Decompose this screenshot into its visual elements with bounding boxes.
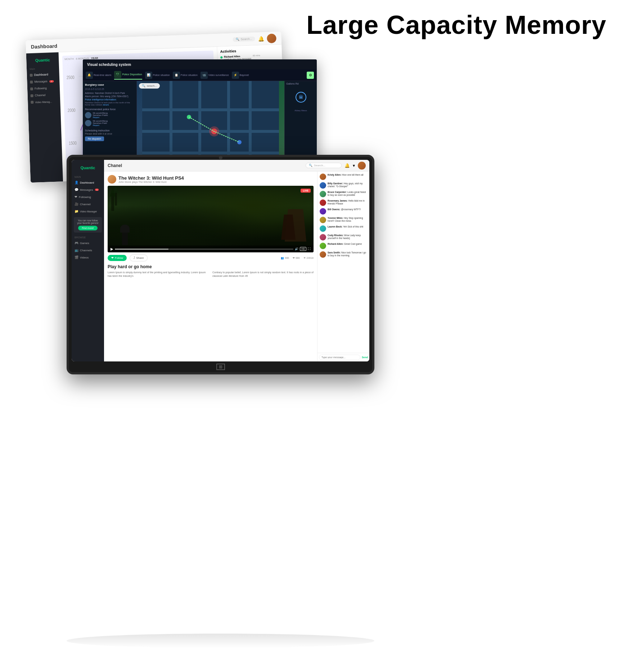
tablet-streamer-avatar — [108, 175, 116, 184]
chat-avatar-rosemary — [320, 199, 326, 206]
tablet-shadow — [67, 634, 374, 648]
tablet-video-controls: ▶ 🔊 HD ⛶ — [108, 246, 314, 252]
chat-text-cody: Cody Rhodes: Wow Lady keep yourself in t… — [328, 234, 367, 240]
chat-text-bill: Bill Owens: @rosemary WTF?! — [328, 208, 361, 211]
chat-text-yvonne: Yvonne Miles: Hey Stop spaming here!!! C… — [328, 217, 367, 223]
tablet-stream-subtitle: John Stone plays The Witcher 3: Wild Hun… — [118, 181, 184, 183]
tablet-chat-msg-6: Yvonne Miles: Hey Stop spaming here!!! C… — [320, 217, 367, 223]
tablet-chat-input[interactable] — [319, 355, 360, 360]
tablet-home-button[interactable] — [216, 364, 225, 370]
tablet-chat-msg-2: Billy Gardner: Hey guys, visit my chanel… — [320, 182, 367, 189]
tablet-chat-msg-1: Kristy Allen: Hice one kill them all — [320, 174, 367, 180]
tablet-video-thumbnail[interactable]: LIVE ▶ 🔊 HD ⛶ — [108, 186, 314, 252]
tablet-header: Chanel 🔍 Search... 🔔 ▾ — [104, 160, 369, 171]
chat-avatar-kristy — [320, 174, 326, 180]
chat-text-rosemary: Rosemary James: Hello Add me in friends!… — [328, 199, 367, 206]
chat-avatar-lauren — [320, 225, 326, 232]
tablet-nav-messages[interactable]: 💬Messages 1 — [72, 186, 104, 193]
tablet-description-cols: Lorem Ipsum is simply dummy text of the … — [108, 271, 314, 278]
tablet-progress-bar[interactable] — [115, 249, 293, 249]
page-title: Large Capacity Memory — [269, 0, 644, 49]
chat-text-kristy: Kristy Allen: Hice one kill them all — [328, 174, 363, 176]
tablet-camera — [219, 156, 222, 159]
tablet-browse-label: Browse — [72, 235, 104, 239]
tablet-follow-promo: You can now follow your favorite games! … — [74, 217, 102, 233]
chat-text-billy: Billy Gardner: Hey guys, visit my chanel… — [328, 182, 367, 188]
svg-text:1500: 1500 — [69, 140, 77, 145]
chat-text-sara: Sara Smith: Nice lock Tomorrow i go to b… — [328, 251, 367, 257]
tablet-stream-title: The Witcher 3: Wild Hunt PS4 — [118, 175, 184, 181]
tablet-play-btn[interactable]: ▶ — [111, 247, 113, 251]
tablet-send-btn[interactable]: Send — [362, 356, 368, 359]
chat-avatar-bruce — [320, 191, 326, 197]
tablet-video-section: The Witcher 3: Wild Hunt PS4 John Stone … — [104, 171, 317, 361]
tablet-chat-input-area: Send — [318, 353, 369, 361]
tablet-chat-messages: Kristy Allen: Hice one kill them all Bil… — [318, 171, 369, 353]
chat-text-richard: Richard Allen: Great Cool game — [328, 243, 362, 246]
tablet-chat-msg-8: Cody Rhodes: Wow Lady keep yourself in t… — [320, 234, 367, 240]
chat-avatar-billy — [320, 182, 326, 189]
dashboard-logo: Quantic — [26, 56, 59, 64]
tablet-volume-icon[interactable]: 🔊 — [295, 247, 298, 251]
tablet-channel-name: Chanel — [108, 163, 122, 168]
tablet-chat-msg-10: Sara Smith: Nice lock Tomorrow i go to b… — [320, 251, 367, 258]
tablet-device: Quantic Main 👤Dashboard 💬Messages 1 ❤Fol… — [67, 155, 374, 374]
tablet-screen: Quantic Main 👤Dashboard 💬Messages 1 ❤Fol… — [72, 160, 369, 361]
chat-avatar-yvonne — [320, 217, 326, 223]
tablet-sidebar: Quantic Main 👤Dashboard 💬Messages 1 ❤Fol… — [72, 160, 104, 361]
tablet-content-area: The Witcher 3: Wild Hunt PS4 John Stone … — [104, 171, 369, 361]
svg-text:2500: 2500 — [67, 75, 75, 80]
tablet-chat-msg-5: Bill Owens: @rosemary WTF?! — [320, 208, 367, 215]
tablet-share-btn[interactable]: ⤴Share — [130, 255, 148, 261]
tablet-nav-channel[interactable]: 🎥Channel — [72, 201, 104, 208]
tablet-logo: Quantic — [72, 163, 104, 172]
dash-nav-video[interactable]: Video Manag... — [28, 98, 60, 105]
tablet-nav-games[interactable]: 🎮Games — [72, 239, 104, 247]
tablet-nav-video-manager[interactable]: 📁Video Manager — [72, 208, 104, 215]
tablet-find-more-btn[interactable]: Find more! — [78, 226, 97, 230]
tablet-stats: 👥 986 ❤ 986 👁 24918 — [281, 257, 314, 260]
tablet-chat-msg-7: Lauren Beck: Yeh Sick of this shit — [320, 225, 367, 232]
tablet-search-bar[interactable]: 🔍 Search... — [306, 163, 342, 168]
tablet-main-label: Main — [72, 174, 104, 179]
tablet-notification-icon[interactable]: 🔔 — [344, 163, 350, 168]
tablet-chat-msg-9: Richard Allen: Great Cool game — [320, 243, 367, 249]
chat-avatar-cody — [320, 234, 326, 240]
tablet-chevron-icon[interactable]: ▾ — [353, 163, 355, 168]
tablet-video-actions: ❤Follow ⤴Share 👥 986 ❤ 986 👁 24918 — [108, 255, 314, 261]
tablet-desc-text-2: Contrary to popular belief, Lorem Ipsum … — [212, 271, 314, 278]
dashboard-title: Dashboard — [31, 43, 58, 50]
tablet-nav-following[interactable]: ❤Following — [72, 193, 104, 201]
chat-text-bruce: Bruce Carpenter: Looks great Need to buy… — [328, 191, 367, 197]
tablet-follow-btn[interactable]: ❤Follow — [108, 255, 127, 261]
tablet-desc-title: Play hard or go home — [108, 264, 314, 269]
tablet-nav-videos[interactable]: 🎬Videos — [72, 254, 104, 261]
tablet-main-content: Chanel 🔍 Search... 🔔 ▾ — [104, 160, 369, 361]
tablet-fullscreen-icon[interactable]: ⛶ — [308, 247, 311, 251]
svg-text:2000: 2000 — [68, 108, 76, 113]
tablet-chat-msg-4: Rosemary James: Hello Add me in friends!… — [320, 199, 367, 206]
tablet-streamer-info: The Witcher 3: Wild Hunt PS4 John Stone … — [108, 175, 314, 184]
tablet-hd-badge: HD — [300, 247, 306, 251]
tablet-desc-text-1: Lorem Ipsum is simply dummy text of the … — [108, 271, 209, 278]
tablet-nav-channels[interactable]: 📺Channels — [72, 247, 104, 254]
re-dispatch-btn[interactable]: Re dispatch — [85, 136, 104, 141]
tablet-chat-panel: Kristy Allen: Hice one kill them all Bil… — [317, 171, 369, 361]
chat-avatar-richard — [320, 243, 326, 249]
tablet-nav-dashboard[interactable]: 👤Dashboard — [72, 179, 104, 186]
tablet-live-badge: LIVE — [301, 189, 311, 193]
dashboard-sidebar: Quantic Main Dashboard Messages 1 Follow… — [26, 52, 63, 183]
tablet-chat-msg-3: Bruce Carpenter: Looks great Need to buy… — [320, 191, 367, 197]
chat-text-lauren: Lauren Beck: Yeh Sick of this shit — [328, 225, 363, 228]
chat-avatar-bill — [320, 208, 326, 215]
tablet-user-avatar[interactable] — [358, 162, 366, 170]
chat-avatar-sara — [320, 251, 326, 258]
police-toolbar: 🔔 Real-time alarm 🛡 Police Disposition 📊… — [83, 69, 317, 81]
witcher-scene — [108, 186, 314, 252]
